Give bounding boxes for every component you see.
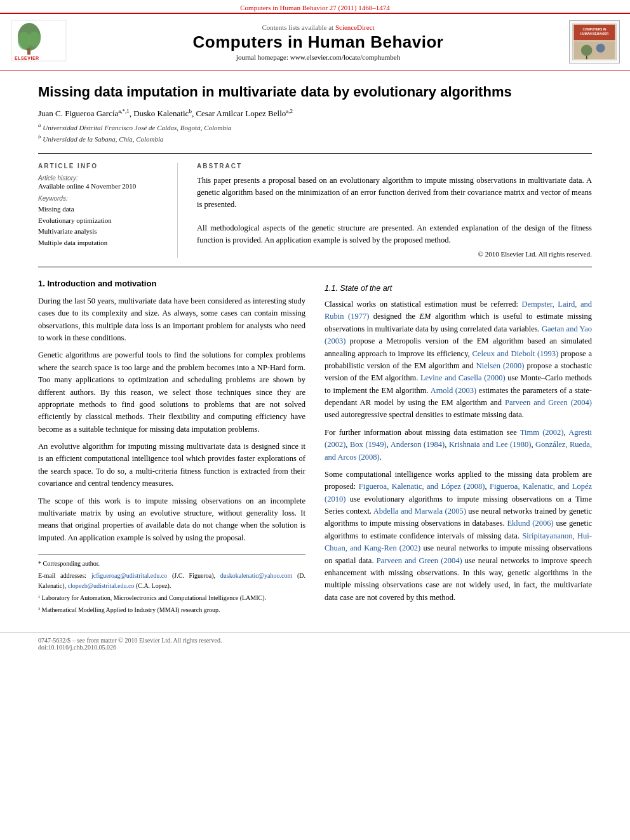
main-content: Missing data imputation in multivariate … bbox=[0, 70, 630, 630]
article-title: Missing data imputation in multivariate … bbox=[38, 83, 592, 102]
section1-heading: 1. Introduction and motivation bbox=[38, 277, 305, 290]
section1-para3: An evolutive algorithm for imputing miss… bbox=[38, 441, 305, 490]
footer-bar: 0747-5632/$ – see front matter © 2010 El… bbox=[0, 632, 630, 655]
journal-reference: Computers in Human Behavior 27 (2011) 14… bbox=[0, 0, 630, 13]
footnotes: * Corresponding author. E-mail addresses… bbox=[38, 554, 305, 615]
keyword-1: Missing data bbox=[38, 204, 167, 215]
ref-anderson[interactable]: Anderson (1984) bbox=[391, 440, 445, 449]
section1-1-heading: 1.1. State of the art bbox=[325, 283, 592, 295]
ref-parveen1[interactable]: Parveen and Green (2004) bbox=[505, 398, 592, 407]
footer-issn: 0747-5632/$ – see front matter © 2010 El… bbox=[38, 637, 592, 644]
body-col-left: 1. Introduction and motivation During th… bbox=[38, 276, 305, 617]
journal-title: Computers in Human Behavior bbox=[74, 32, 563, 52]
author3-name: , Cesar Amilcar Lopez Bello bbox=[192, 109, 286, 118]
abstract-para1: This paper presents a proposal based on … bbox=[197, 175, 592, 210]
svg-text:HUMAN BEHAVIOR: HUMAN BEHAVIOR bbox=[580, 32, 609, 36]
sciencedirect-link[interactable]: ScienceDirect bbox=[335, 23, 375, 31]
abstract-col: ABSTRACT This paper presents a proposal … bbox=[197, 163, 592, 258]
section1-1-para1: Classical works on statistical estimatio… bbox=[325, 298, 592, 422]
ref-siripitay[interactable]: Siripitayananon, Hui-Chuan, and Kang-Ren… bbox=[325, 531, 592, 552]
author2-name: , Dusko Kalenatic bbox=[130, 109, 189, 118]
ref-celeux[interactable]: Celeux and Diebolt (1993) bbox=[473, 349, 559, 358]
author1-sup: a,*,1 bbox=[118, 108, 130, 114]
svg-rect-4 bbox=[27, 48, 30, 55]
body-columns: 1. Introduction and motivation During th… bbox=[38, 276, 592, 617]
section1-1-para3: Some computational intelligence works ap… bbox=[325, 469, 592, 604]
ref-abdella[interactable]: Abdella and Marwala (2005) bbox=[373, 507, 466, 516]
section-divider bbox=[38, 267, 592, 267]
journal-center: Contents lists available at ScienceDirec… bbox=[74, 23, 563, 61]
email2-link[interactable]: duskokalenatic@yahoo.com bbox=[220, 572, 292, 579]
ref-figueroa2008[interactable]: Figueroa, Kalenatic, and López (2008) bbox=[359, 482, 485, 491]
email1-link[interactable]: jcfigueroag@udistrital.edu.co bbox=[91, 572, 167, 579]
footnote-note1: ¹ Laboratory for Automation, Microelectr… bbox=[38, 593, 305, 603]
footnote-note2: ² Mathematical Modelling Applied to Indu… bbox=[38, 605, 305, 615]
footer-doi: doi:10.1016/j.chb.2010.05.026 bbox=[38, 644, 592, 651]
keywords-list: Missing data Evolutionary optimization M… bbox=[38, 204, 167, 248]
footnote-corresponding: * Corresponding author. bbox=[38, 559, 305, 569]
email3-link[interactable]: clopezb@udistrital.edu.co bbox=[68, 582, 135, 589]
copyright-text: © 2010 Elsevier Ltd. All rights reserved… bbox=[197, 250, 592, 258]
svg-point-3 bbox=[28, 32, 41, 47]
ref-eklund[interactable]: Eklund (2006) bbox=[507, 519, 553, 528]
keyword-3: Multivariate analysis bbox=[38, 226, 167, 237]
ref-box[interactable]: Box (1949) bbox=[350, 440, 387, 449]
journal-cover-logo: COMPUTERS IN HUMAN BEHAVIOR bbox=[569, 20, 620, 63]
svg-text:COMPUTERS IN: COMPUTERS IN bbox=[582, 28, 607, 31]
history-label: Article history: bbox=[38, 175, 167, 182]
contents-line: Contents lists available at ScienceDirec… bbox=[74, 23, 563, 31]
section1-1-para2: For further information about missing da… bbox=[325, 427, 592, 463]
keywords-label: Keywords: bbox=[38, 195, 167, 202]
ref-timm[interactable]: Timm (2002) bbox=[520, 428, 564, 437]
article-info-abstract: ARTICLE INFO Article history: Available … bbox=[38, 153, 592, 258]
journal-header: ELSEVIER Contents lists available at Sci… bbox=[0, 13, 630, 70]
elsevier-logo: ELSEVIER bbox=[10, 19, 67, 65]
article-info-label: ARTICLE INFO bbox=[38, 163, 167, 170]
authors-line: Juan C. Figueroa Garcíaa,*,1, Dusko Kale… bbox=[38, 108, 592, 119]
keyword-4: Multiple data imputation bbox=[38, 237, 167, 249]
section1-para1: During the last 50 years, multivariate d… bbox=[38, 295, 305, 345]
email3-person: (C.A. Lopez). bbox=[136, 582, 171, 589]
contents-text: Contents lists available at bbox=[262, 23, 333, 31]
section1-para4: The scope of this work is to impute miss… bbox=[38, 495, 305, 545]
email1-person: (J.C. Figueroa), bbox=[172, 572, 215, 579]
author3-sup: a,2 bbox=[286, 108, 293, 114]
abstract-text: This paper presents a proposal based on … bbox=[197, 175, 592, 246]
ref-gaetan[interactable]: Gaetan and Yao (2003) bbox=[325, 324, 592, 345]
ref-parveen2[interactable]: Parveen and Green (2004) bbox=[377, 556, 462, 565]
ref-arnold[interactable]: Arnold (2003) bbox=[431, 386, 476, 395]
svg-point-11 bbox=[581, 44, 593, 56]
svg-text:ELSEVIER: ELSEVIER bbox=[15, 56, 39, 60]
article-history: Article history: Available online 4 Nove… bbox=[38, 175, 167, 190]
journal-ref-text: Computers in Human Behavior 27 (2011) 14… bbox=[240, 4, 389, 11]
ref-nielsen[interactable]: Nielsen (2000) bbox=[476, 361, 525, 370]
footnote-emails: E-mail addresses: jcfigueroag@udistrital… bbox=[38, 571, 305, 591]
ref-levine[interactable]: Levine and Casella (2000) bbox=[420, 373, 506, 382]
author1-name: Juan C. Figueroa García bbox=[38, 109, 118, 118]
url-value: www.elsevier.com/locate/comphumbeh bbox=[290, 53, 400, 61]
abstract-para2: All methodological aspects of the geneti… bbox=[197, 222, 592, 246]
body-col-right: 1.1. State of the art Classical works on… bbox=[325, 276, 592, 617]
affiliation-a: a Universidad Distrital Francisco José d… bbox=[38, 121, 592, 133]
affiliation-b: b Universidad de la Sabana, Chía, Colomb… bbox=[38, 133, 592, 144]
email-label: E-mail addresses: bbox=[38, 572, 86, 579]
journal-url: journal homepage: www.elsevier.com/locat… bbox=[74, 53, 563, 61]
svg-point-12 bbox=[596, 44, 605, 53]
keyword-2: Evolutionary optimization bbox=[38, 215, 167, 227]
abstract-label: ABSTRACT bbox=[197, 163, 592, 170]
svg-rect-10 bbox=[573, 41, 615, 59]
ref-dempster[interactable]: Dempster, Laird, and Rubin (1977) bbox=[325, 300, 592, 321]
available-online: Available online 4 November 2010 bbox=[38, 182, 167, 190]
url-prefix: journal homepage: bbox=[236, 53, 290, 61]
ref-krishnaia[interactable]: Krishnaia and Lee (1980) bbox=[449, 440, 531, 449]
section1-para2: Genetic algorithms are powerful tools to… bbox=[38, 349, 305, 436]
article-info-col: ARTICLE INFO Article history: Available … bbox=[38, 163, 178, 258]
affiliations: a Universidad Distrital Francisco José d… bbox=[38, 121, 592, 144]
